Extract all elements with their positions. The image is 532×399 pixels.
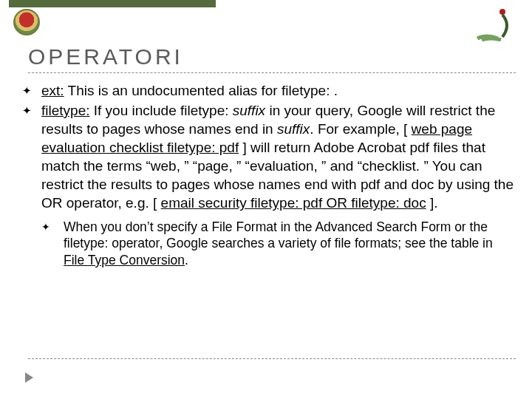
sub-bullet-text: When you don’t specify a File Format in … <box>64 219 516 269</box>
bullet-item: ✦ ext: This is an undocumented alias for… <box>22 81 516 100</box>
bullet-text: filetype: If you include filetype: suffi… <box>41 101 516 212</box>
bullet-marker-icon: ✦ <box>22 101 41 212</box>
sub-bullet-item: ✦ When you don’t specify a File Format i… <box>41 219 516 269</box>
divider <box>28 72 516 73</box>
doc-link[interactable]: File Type Conversion <box>64 253 185 267</box>
example-link[interactable]: email security filetype: pdf OR filetype… <box>161 195 426 211</box>
italic-text: suffix <box>233 103 265 118</box>
text: ]. <box>426 195 438 211</box>
university-seal-icon <box>13 9 40 35</box>
content-area: ✦ ext: This is an undocumented alias for… <box>22 81 516 269</box>
operator-label: ext: <box>41 83 64 98</box>
italic-text: suffix <box>277 121 310 137</box>
brand-logo-icon <box>473 6 517 41</box>
text: When you don’t specify a File Format in … <box>64 219 493 251</box>
text: . <box>185 253 188 267</box>
svg-point-0 <box>499 9 505 15</box>
slide-title: OPERATORI <box>28 44 183 69</box>
bullet-text: ext: This is an undocumented alias for f… <box>41 81 516 100</box>
text: . For example, [ <box>310 121 411 137</box>
text: If you include filetype: <box>89 103 232 118</box>
bullet-marker-icon: ✦ <box>41 219 64 269</box>
divider <box>28 358 516 359</box>
next-arrow-icon[interactable] <box>25 372 33 383</box>
text: This is an undocumented alias for filety… <box>64 83 338 98</box>
operator-label: filetype: <box>41 103 89 118</box>
accent-bar <box>9 0 216 7</box>
bullet-marker-icon: ✦ <box>22 81 41 100</box>
bullet-item: ✦ filetype: If you include filetype: suf… <box>22 101 516 212</box>
